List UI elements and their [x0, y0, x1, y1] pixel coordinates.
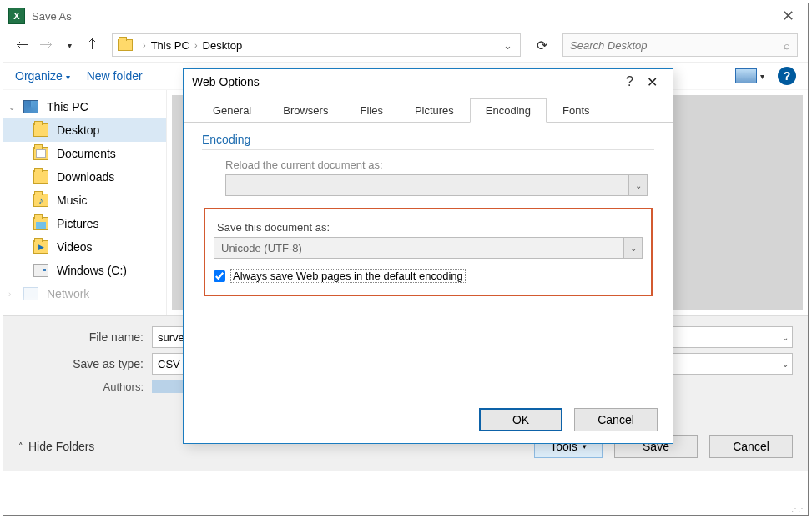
checkbox-label: Always save Web pages in the default enc… — [230, 269, 466, 283]
docs-icon — [33, 147, 48, 160]
drive-icon — [33, 264, 48, 277]
tab-pictures[interactable]: Pictures — [399, 98, 470, 123]
sidebar-item-network[interactable]: ›Network — [3, 282, 166, 305]
folder-icon — [33, 170, 48, 184]
section-label: Encoding — [202, 133, 654, 150]
tab-files[interactable]: Files — [344, 98, 398, 123]
folder-icon — [33, 123, 48, 137]
save-as-titlebar: X Save As ✕ — [3, 3, 808, 28]
music-icon — [33, 194, 48, 207]
chevron-down-icon[interactable]: ⌄ — [503, 39, 515, 52]
reload-label: Reload the current document as: — [225, 159, 654, 171]
sidebar-item-pictures[interactable]: Pictures — [3, 212, 166, 235]
save-encoding-label: Save this document as: — [217, 221, 643, 234]
vid-icon — [33, 240, 48, 254]
chevron-icon[interactable]: ⌄ — [8, 103, 15, 112]
sidebar-item-label: Documents — [57, 147, 116, 160]
web-options-titlebar: Web Options ? ✕ — [184, 69, 673, 94]
breadcrumb-leaf[interactable]: Desktop — [203, 39, 243, 52]
sidebar-item-label: Network — [47, 287, 89, 300]
sidebar-item-label: Desktop — [57, 123, 99, 137]
ok-button[interactable]: OK — [479, 408, 562, 431]
tab-browsers[interactable]: Browsers — [267, 98, 344, 123]
chevron-down-icon[interactable]: ⌄ — [623, 238, 642, 258]
sidebar-item-label: Videos — [57, 240, 93, 254]
back-icon[interactable]: 🡐 — [13, 36, 32, 54]
search-input-field[interactable] — [570, 39, 784, 52]
pic-icon — [33, 217, 48, 230]
chevron-up-icon: ˄ — [18, 441, 23, 452]
sidebar-item-label: Windows (C:) — [57, 264, 127, 277]
web-options-dialog: Web Options ? ✕ GeneralBrowsersFilesPict… — [183, 68, 673, 444]
sidebar-item-downloads[interactable]: Downloads — [3, 165, 166, 189]
up-icon[interactable]: 🡑 — [83, 36, 102, 54]
sidebar-item-label: Pictures — [57, 217, 99, 230]
sidebar-item-desktop[interactable]: Desktop — [3, 118, 166, 142]
sidebar-item-label: Music — [57, 194, 88, 207]
organize-button[interactable]: Organize ▾ — [15, 69, 70, 83]
chevron-right-icon: › — [143, 40, 146, 50]
help-icon[interactable]: ? — [619, 74, 640, 89]
chevron-down-icon: ▾ — [760, 72, 764, 81]
cancel-button[interactable]: Cancel — [709, 435, 793, 458]
breadcrumb[interactable]: › This PC › Desktop ⌄ — [112, 33, 521, 57]
pc-icon — [23, 100, 38, 113]
author-chip[interactable] — [152, 380, 187, 393]
cancel-button[interactable]: Cancel — [574, 408, 658, 431]
save-as-title: Save As — [32, 10, 72, 23]
chevron-down-icon[interactable]: ⌄ — [628, 175, 647, 195]
view-mode-button[interactable]: ▾ — [735, 68, 764, 83]
save-encoding-select[interactable]: Unicode (UTF-8) ⌄ — [214, 237, 643, 259]
new-folder-button[interactable]: New folder — [87, 69, 143, 83]
chevron-icon[interactable]: › — [8, 290, 11, 299]
tab-fonts[interactable]: Fonts — [547, 98, 606, 123]
forward-icon: 🡒 — [37, 36, 55, 54]
close-icon[interactable]: ✕ — [774, 7, 803, 25]
tab-encoding[interactable]: Encoding — [470, 98, 547, 123]
reload-encoding-select[interactable]: ⌄ — [225, 174, 648, 196]
encoding-tab-body: Encoding Reload the current document as:… — [184, 123, 673, 306]
sidebar-item-music[interactable]: Music — [3, 189, 166, 212]
authors-label: Authors: — [18, 380, 144, 393]
sidebar: ⌄This PCDesktopDocumentsDownloadsMusicPi… — [3, 90, 167, 315]
sidebar-item-label: This PC — [47, 100, 88, 113]
excel-icon: X — [8, 8, 25, 24]
chevron-right-icon: › — [194, 40, 198, 50]
sidebar-item-label: Downloads — [57, 170, 114, 184]
chevron-down-icon[interactable]: ⌄ — [782, 360, 789, 369]
checkbox-input[interactable] — [214, 270, 225, 282]
sidebar-item-this-pc[interactable]: ⌄This PC — [3, 95, 166, 118]
web-options-title: Web Options — [192, 75, 260, 88]
search-input[interactable]: ⌕ — [562, 33, 798, 57]
chevron-down-icon[interactable]: ⌄ — [782, 333, 789, 342]
sidebar-item-windows-c-[interactable]: Windows (C:) — [3, 259, 166, 282]
view-icon — [735, 68, 757, 83]
always-default-encoding-checkbox[interactable]: Always save Web pages in the default enc… — [214, 269, 643, 283]
nav-row: 🡐 🡒 ▾ 🡑 › This PC › Desktop ⌄ ⟳ ⌕ — [3, 28, 808, 62]
tab-general[interactable]: General — [197, 98, 267, 123]
refresh-icon[interactable]: ⟳ — [531, 33, 552, 57]
net-icon — [23, 287, 38, 300]
sidebar-item-videos[interactable]: Videos — [3, 235, 166, 259]
hide-folders-button[interactable]: ˄ Hide Folders — [18, 440, 94, 453]
help-icon[interactable]: ? — [778, 67, 796, 85]
close-icon[interactable]: ✕ — [640, 74, 664, 90]
sidebar-item-documents[interactable]: Documents — [3, 142, 166, 165]
highlight-box: Save this document as: Unicode (UTF-8) ⌄… — [204, 208, 653, 296]
resize-grip[interactable]: ⋰⋰ — [791, 504, 804, 513]
tabs: GeneralBrowsersFilesPicturesEncodingFont… — [184, 98, 673, 123]
folder-icon — [118, 39, 133, 51]
file-name-label: File name: — [18, 330, 144, 344]
recent-locations-icon[interactable]: ▾ — [60, 36, 78, 54]
save-as-type-label: Save as type: — [18, 357, 144, 370]
chevron-down-icon: ▾ — [66, 73, 70, 82]
breadcrumb-root[interactable]: This PC — [151, 39, 189, 52]
search-icon[interactable]: ⌕ — [784, 39, 790, 52]
